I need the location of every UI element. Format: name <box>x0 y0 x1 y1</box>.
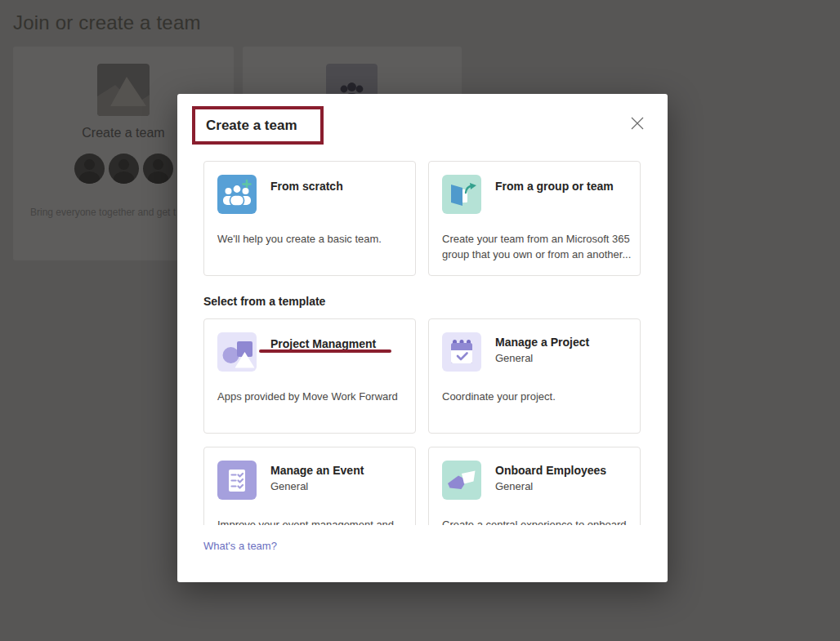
checklist-icon <box>217 461 257 500</box>
calendar-check-icon <box>442 332 481 372</box>
template-subtitle: General <box>495 480 533 492</box>
create-team-dialog: Create a team From scratch We'll help yo… <box>177 94 668 582</box>
option-description: Create your team from an Microsoft 365 g… <box>442 231 632 262</box>
avatar <box>143 154 173 184</box>
page-title: Join or create a team <box>13 11 201 34</box>
template-description: Coordinate your project. <box>442 389 632 404</box>
dialog-title: Create a team <box>206 118 297 134</box>
template-section-heading: Select from a template <box>203 295 325 308</box>
template-scroll-area[interactable]: Project Managment Apps provided by Move … <box>177 314 668 525</box>
people-plus-icon <box>217 175 257 214</box>
template-card-project-managment[interactable]: Project Managment Apps provided by Move … <box>203 318 416 434</box>
background-card-description: Bring everyone together and get t <box>30 207 176 218</box>
close-button[interactable] <box>628 114 647 133</box>
whats-a-team-link[interactable]: What's a team? <box>203 540 277 552</box>
template-subtitle: General <box>495 352 533 364</box>
template-card-onboard-employees[interactable]: Onboard Employees General Create a centr… <box>428 447 641 525</box>
template-description: Apps provided by Move Work Forward <box>217 389 407 404</box>
template-title: Onboard Employees <box>495 464 606 477</box>
option-title: From a group or team <box>495 180 614 193</box>
annotation-box: Create a team <box>192 106 324 145</box>
group-door-arrow-icon <box>442 175 481 214</box>
teams-join-create-page: Join or create a team Create a team Brin… <box>0 0 840 641</box>
avatar <box>109 154 139 184</box>
template-description: Improve your event management and <box>217 517 407 525</box>
abstract-image-icon <box>97 64 150 116</box>
option-card-from-group[interactable]: From a group or team Create your team fr… <box>428 161 641 276</box>
template-title: Project Managment <box>270 337 376 350</box>
shapes-icon <box>217 332 257 372</box>
template-title: Manage an Event <box>270 464 364 477</box>
option-title: From scratch <box>270 180 343 193</box>
template-card-manage-a-project[interactable]: Manage a Project General Coordinate your… <box>428 318 641 434</box>
option-description: We'll help you create a basic team. <box>217 231 407 247</box>
template-subtitle: General <box>270 480 308 492</box>
avatar <box>74 154 105 184</box>
x-close-icon <box>628 114 647 133</box>
template-title: Manage a Project <box>495 336 589 349</box>
option-card-from-scratch[interactable]: From scratch We'll help you create a bas… <box>203 161 416 276</box>
annotation-underline <box>259 349 391 353</box>
template-card-manage-an-event[interactable]: Manage an Event General Improve your eve… <box>203 447 416 525</box>
template-description: Create a central experience to onboard <box>442 517 632 525</box>
handshake-icon <box>442 461 481 500</box>
